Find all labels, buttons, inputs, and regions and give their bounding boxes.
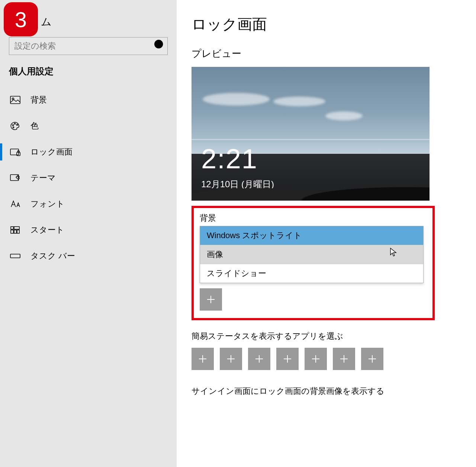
preview-label: プレビュー <box>192 47 476 60</box>
picture-icon <box>9 95 22 105</box>
dropdown-option-spotlight[interactable]: Windows スポットライト <box>200 226 423 245</box>
settings-window: ム 個人用設定 背景 色 <box>0 0 476 467</box>
quick-status-slot[interactable] <box>192 348 214 370</box>
sidebar-item-fonts[interactable]: フォント <box>0 191 177 217</box>
sidebar-item-label: 背景 <box>30 94 47 106</box>
signin-background-label: サインイン画面にロック画面の背景画像を表示する <box>192 386 476 397</box>
sidebar-item-label: フォント <box>30 198 65 210</box>
svg-rect-16 <box>10 254 20 258</box>
add-picture-button[interactable] <box>200 288 222 311</box>
start-icon <box>9 225 22 235</box>
sidebar-nav: 背景 色 ロック画面 テーマ <box>0 87 177 269</box>
svg-point-4 <box>12 124 13 126</box>
svg-point-6 <box>16 124 17 125</box>
dropdown-option-picture[interactable]: 画像 <box>200 245 423 264</box>
sidebar-item-themes[interactable]: テーマ <box>0 165 177 191</box>
cursor-icon <box>390 247 397 257</box>
quick-status-slot[interactable] <box>276 348 299 370</box>
svg-rect-11 <box>11 227 13 229</box>
preview-time: 2:21 <box>201 143 258 175</box>
dropdown-option-slideshow[interactable]: スライドショー <box>200 264 423 283</box>
taskbar-icon <box>9 251 22 261</box>
sidebar-item-label: タスク バー <box>30 250 75 262</box>
quick-status-slot[interactable] <box>220 348 242 370</box>
sidebar-item-taskbar[interactable]: タスク バー <box>0 243 177 269</box>
background-label: 背景 <box>200 213 427 224</box>
lockscreen-preview: 2:21 12月10日 (月曜日) <box>192 67 430 201</box>
preview-date: 12月10日 (月曜日) <box>201 178 274 190</box>
quick-status-slot[interactable] <box>361 348 383 370</box>
quick-status-row <box>192 348 476 370</box>
svg-line-1 <box>162 47 165 50</box>
step-badge: 3 <box>4 2 38 36</box>
svg-rect-2 <box>10 96 20 104</box>
sidebar: ム 個人用設定 背景 色 <box>0 0 177 467</box>
main-content: ロック画面 プレビュー 2:21 12月10日 (月曜日) 背景 Windows… <box>177 0 476 467</box>
sidebar-item-background[interactable]: 背景 <box>0 87 177 113</box>
svg-rect-13 <box>11 230 13 233</box>
page-title: ロック画面 <box>192 14 476 35</box>
sidebar-item-label: ロック画面 <box>30 146 73 158</box>
svg-rect-15 <box>17 230 19 233</box>
quick-status-slot[interactable] <box>248 348 270 370</box>
search-icon <box>152 38 167 55</box>
svg-point-0 <box>154 40 163 48</box>
svg-rect-14 <box>14 230 16 233</box>
font-icon <box>9 199 22 209</box>
theme-icon <box>9 173 22 183</box>
svg-rect-12 <box>14 227 19 229</box>
quick-status-slot[interactable] <box>305 348 327 370</box>
quick-status-slot[interactable] <box>333 348 355 370</box>
search-box[interactable] <box>9 37 168 55</box>
lockscreen-icon <box>9 147 22 157</box>
svg-point-7 <box>13 127 14 128</box>
sidebar-item-lockscreen[interactable]: ロック画面 <box>0 139 177 165</box>
svg-point-5 <box>14 123 15 124</box>
sidebar-item-colors[interactable]: 色 <box>0 113 177 139</box>
highlight-box: 背景 Windows スポットライト 画像 スライドショー <box>192 206 435 320</box>
sidebar-item-label: テーマ <box>30 172 56 184</box>
dropdown-option-label: 画像 <box>207 250 223 259</box>
background-dropdown[interactable]: Windows スポットライト 画像 スライドショー <box>200 226 424 283</box>
palette-icon <box>9 121 22 131</box>
quick-status-label: 簡易ステータスを表示するアプリを選ぶ <box>192 331 476 342</box>
search-input[interactable] <box>9 41 152 51</box>
sidebar-section-title: 個人用設定 <box>0 65 177 87</box>
sidebar-item-label: スタート <box>30 224 64 236</box>
sidebar-item-start[interactable]: スタート <box>0 217 177 243</box>
sidebar-item-label: 色 <box>30 120 39 132</box>
